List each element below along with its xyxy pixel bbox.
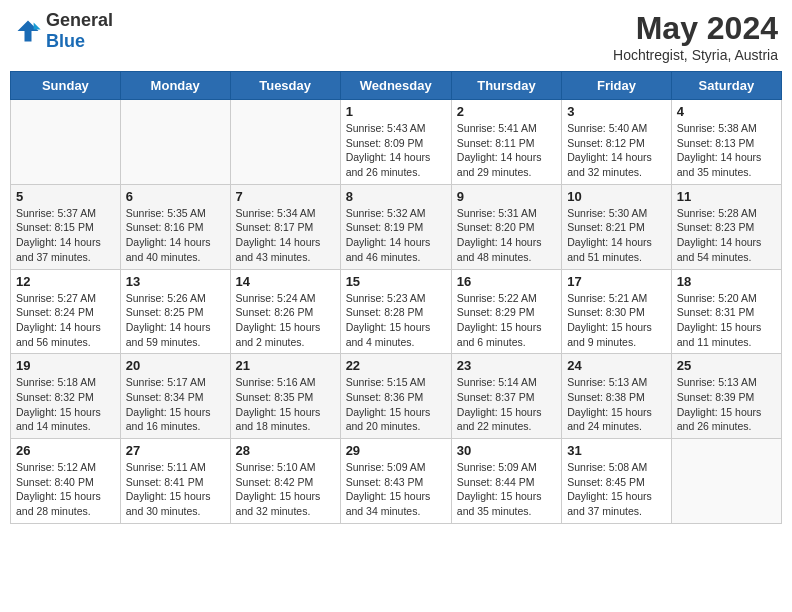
day-number: 19: [16, 358, 115, 373]
day-number: 29: [346, 443, 446, 458]
day-info: Sunrise: 5:15 AMSunset: 8:36 PMDaylight:…: [346, 375, 446, 434]
table-row: 24Sunrise: 5:13 AMSunset: 8:38 PMDayligh…: [562, 354, 672, 439]
table-row: 27Sunrise: 5:11 AMSunset: 8:41 PMDayligh…: [120, 439, 230, 524]
day-info: Sunrise: 5:37 AMSunset: 8:15 PMDaylight:…: [16, 206, 115, 265]
day-number: 21: [236, 358, 335, 373]
day-number: 17: [567, 274, 666, 289]
day-number: 22: [346, 358, 446, 373]
table-row: 20Sunrise: 5:17 AMSunset: 8:34 PMDayligh…: [120, 354, 230, 439]
day-info: Sunrise: 5:17 AMSunset: 8:34 PMDaylight:…: [126, 375, 225, 434]
day-info: Sunrise: 5:41 AMSunset: 8:11 PMDaylight:…: [457, 121, 556, 180]
table-row: 6Sunrise: 5:35 AMSunset: 8:16 PMDaylight…: [120, 184, 230, 269]
header-friday: Friday: [562, 72, 672, 100]
page-header: General Blue May 2024 Hochtregist, Styri…: [10, 10, 782, 63]
day-number: 16: [457, 274, 556, 289]
table-row: 19Sunrise: 5:18 AMSunset: 8:32 PMDayligh…: [11, 354, 121, 439]
day-info: Sunrise: 5:34 AMSunset: 8:17 PMDaylight:…: [236, 206, 335, 265]
day-number: 9: [457, 189, 556, 204]
table-row: 26Sunrise: 5:12 AMSunset: 8:40 PMDayligh…: [11, 439, 121, 524]
table-row: 9Sunrise: 5:31 AMSunset: 8:20 PMDaylight…: [451, 184, 561, 269]
calendar-table: Sunday Monday Tuesday Wednesday Thursday…: [10, 71, 782, 524]
table-row: 18Sunrise: 5:20 AMSunset: 8:31 PMDayligh…: [671, 269, 781, 354]
table-row: 16Sunrise: 5:22 AMSunset: 8:29 PMDayligh…: [451, 269, 561, 354]
day-number: 5: [16, 189, 115, 204]
table-row: [230, 100, 340, 185]
logo: General Blue: [14, 10, 113, 52]
header-saturday: Saturday: [671, 72, 781, 100]
calendar-week-4: 19Sunrise: 5:18 AMSunset: 8:32 PMDayligh…: [11, 354, 782, 439]
day-number: 30: [457, 443, 556, 458]
header-sunday: Sunday: [11, 72, 121, 100]
day-number: 23: [457, 358, 556, 373]
day-number: 11: [677, 189, 776, 204]
table-row: 2Sunrise: 5:41 AMSunset: 8:11 PMDaylight…: [451, 100, 561, 185]
table-row: 7Sunrise: 5:34 AMSunset: 8:17 PMDaylight…: [230, 184, 340, 269]
table-row: 15Sunrise: 5:23 AMSunset: 8:28 PMDayligh…: [340, 269, 451, 354]
table-row: 29Sunrise: 5:09 AMSunset: 8:43 PMDayligh…: [340, 439, 451, 524]
day-number: 13: [126, 274, 225, 289]
table-row: [11, 100, 121, 185]
day-info: Sunrise: 5:28 AMSunset: 8:23 PMDaylight:…: [677, 206, 776, 265]
day-info: Sunrise: 5:12 AMSunset: 8:40 PMDaylight:…: [16, 460, 115, 519]
day-number: 14: [236, 274, 335, 289]
day-number: 28: [236, 443, 335, 458]
day-info: Sunrise: 5:38 AMSunset: 8:13 PMDaylight:…: [677, 121, 776, 180]
day-number: 1: [346, 104, 446, 119]
calendar-week-5: 26Sunrise: 5:12 AMSunset: 8:40 PMDayligh…: [11, 439, 782, 524]
table-row: 14Sunrise: 5:24 AMSunset: 8:26 PMDayligh…: [230, 269, 340, 354]
table-row: 30Sunrise: 5:09 AMSunset: 8:44 PMDayligh…: [451, 439, 561, 524]
calendar-week-2: 5Sunrise: 5:37 AMSunset: 8:15 PMDaylight…: [11, 184, 782, 269]
table-row: 21Sunrise: 5:16 AMSunset: 8:35 PMDayligh…: [230, 354, 340, 439]
table-row: 5Sunrise: 5:37 AMSunset: 8:15 PMDaylight…: [11, 184, 121, 269]
day-info: Sunrise: 5:24 AMSunset: 8:26 PMDaylight:…: [236, 291, 335, 350]
day-number: 10: [567, 189, 666, 204]
location-subtitle: Hochtregist, Styria, Austria: [613, 47, 778, 63]
day-info: Sunrise: 5:11 AMSunset: 8:41 PMDaylight:…: [126, 460, 225, 519]
table-row: 1Sunrise: 5:43 AMSunset: 8:09 PMDaylight…: [340, 100, 451, 185]
table-row: [671, 439, 781, 524]
logo-text: General Blue: [46, 10, 113, 52]
table-row: 11Sunrise: 5:28 AMSunset: 8:23 PMDayligh…: [671, 184, 781, 269]
day-number: 15: [346, 274, 446, 289]
calendar-header-row: Sunday Monday Tuesday Wednesday Thursday…: [11, 72, 782, 100]
day-info: Sunrise: 5:13 AMSunset: 8:39 PMDaylight:…: [677, 375, 776, 434]
day-number: 8: [346, 189, 446, 204]
day-info: Sunrise: 5:22 AMSunset: 8:29 PMDaylight:…: [457, 291, 556, 350]
logo-blue: Blue: [46, 31, 85, 51]
day-number: 3: [567, 104, 666, 119]
table-row: [120, 100, 230, 185]
table-row: 12Sunrise: 5:27 AMSunset: 8:24 PMDayligh…: [11, 269, 121, 354]
table-row: 4Sunrise: 5:38 AMSunset: 8:13 PMDaylight…: [671, 100, 781, 185]
day-info: Sunrise: 5:14 AMSunset: 8:37 PMDaylight:…: [457, 375, 556, 434]
day-number: 27: [126, 443, 225, 458]
day-number: 25: [677, 358, 776, 373]
calendar-week-3: 12Sunrise: 5:27 AMSunset: 8:24 PMDayligh…: [11, 269, 782, 354]
table-row: 25Sunrise: 5:13 AMSunset: 8:39 PMDayligh…: [671, 354, 781, 439]
day-number: 24: [567, 358, 666, 373]
day-info: Sunrise: 5:40 AMSunset: 8:12 PMDaylight:…: [567, 121, 666, 180]
day-info: Sunrise: 5:27 AMSunset: 8:24 PMDaylight:…: [16, 291, 115, 350]
day-info: Sunrise: 5:23 AMSunset: 8:28 PMDaylight:…: [346, 291, 446, 350]
day-number: 20: [126, 358, 225, 373]
header-thursday: Thursday: [451, 72, 561, 100]
day-info: Sunrise: 5:09 AMSunset: 8:43 PMDaylight:…: [346, 460, 446, 519]
day-info: Sunrise: 5:18 AMSunset: 8:32 PMDaylight:…: [16, 375, 115, 434]
table-row: 3Sunrise: 5:40 AMSunset: 8:12 PMDaylight…: [562, 100, 672, 185]
day-info: Sunrise: 5:13 AMSunset: 8:38 PMDaylight:…: [567, 375, 666, 434]
day-number: 7: [236, 189, 335, 204]
day-number: 2: [457, 104, 556, 119]
day-info: Sunrise: 5:30 AMSunset: 8:21 PMDaylight:…: [567, 206, 666, 265]
day-number: 6: [126, 189, 225, 204]
day-info: Sunrise: 5:35 AMSunset: 8:16 PMDaylight:…: [126, 206, 225, 265]
day-info: Sunrise: 5:31 AMSunset: 8:20 PMDaylight:…: [457, 206, 556, 265]
day-info: Sunrise: 5:09 AMSunset: 8:44 PMDaylight:…: [457, 460, 556, 519]
day-number: 4: [677, 104, 776, 119]
header-monday: Monday: [120, 72, 230, 100]
day-info: Sunrise: 5:10 AMSunset: 8:42 PMDaylight:…: [236, 460, 335, 519]
day-number: 12: [16, 274, 115, 289]
day-number: 26: [16, 443, 115, 458]
calendar-week-1: 1Sunrise: 5:43 AMSunset: 8:09 PMDaylight…: [11, 100, 782, 185]
day-info: Sunrise: 5:26 AMSunset: 8:25 PMDaylight:…: [126, 291, 225, 350]
month-year-title: May 2024: [613, 10, 778, 47]
table-row: 17Sunrise: 5:21 AMSunset: 8:30 PMDayligh…: [562, 269, 672, 354]
